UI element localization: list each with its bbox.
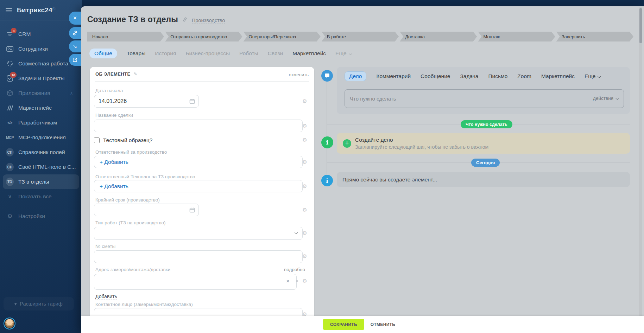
sidebar-item-tasks[interactable]: 10 Задачи и Проекты [0, 71, 82, 86]
add-responsible-link[interactable]: + Добавить [100, 159, 128, 165]
deadline-input[interactable] [94, 204, 199, 216]
sidebar-item-field-directory[interactable]: СП Справочник полей [0, 145, 82, 160]
tab-more[interactable]: Еще [335, 50, 351, 57]
sidebar-item-marketplace[interactable]: Маркетплейс [0, 101, 82, 115]
comment-bubble-icon [321, 70, 333, 82]
todo-input[interactable] [345, 90, 540, 108]
gear-icon[interactable]: ⚙ [301, 123, 308, 129]
tab-general[interactable]: Общие [89, 49, 117, 58]
gear-icon[interactable]: ⚙ [301, 159, 308, 165]
slider-panel: × ↘ Создание ТЗ в отделы Производство На… [81, 6, 644, 333]
sidebar-item-apps[interactable]: Приложения ∧ [0, 86, 82, 101]
create-activity-hint-card[interactable]: + Создайте дело Запланируйте следующий ш… [337, 133, 630, 154]
gear-icon: ⚙ [6, 212, 14, 220]
tab-more[interactable]: Еще [585, 73, 600, 79]
sidebar-item-settings[interactable]: ⚙ Настройки [0, 209, 82, 224]
save-button[interactable]: СОХРАНИТЬ [323, 319, 364, 330]
tab-email[interactable]: Письмо [488, 73, 507, 79]
crm-badge: 3 [11, 28, 17, 33]
tab-zoom[interactable]: Zoom [517, 73, 531, 79]
tab-links[interactable]: Связи [268, 50, 283, 57]
date-start-input[interactable] [94, 95, 199, 108]
sidebar-item-mcp[interactable]: MCP MCP-подключения [0, 130, 82, 145]
tab-task[interactable]: Задача [460, 73, 478, 79]
close-icon: × [73, 14, 77, 22]
hamburger-icon[interactable] [6, 8, 12, 12]
gear-icon[interactable]: ⚙ [301, 278, 308, 284]
tab-marketplace[interactable]: Маркетплейс [541, 73, 575, 79]
calendar-icon[interactable] [189, 98, 195, 104]
address-details-link[interactable]: подробно [284, 267, 305, 272]
tab-history[interactable]: История [155, 50, 176, 57]
close-slider-button[interactable]: × [69, 12, 81, 25]
form-cancel-link[interactable]: отменить [289, 72, 309, 77]
tab-comment[interactable]: Комментарий [376, 73, 411, 79]
tab-business-processes[interactable]: Бизнес-процессы [185, 50, 230, 57]
code-icon: </> [6, 119, 14, 127]
collapse-button[interactable]: ↘ [69, 40, 81, 52]
resp-production-label: Ответственный за производство [95, 149, 167, 155]
network-icon [6, 60, 14, 68]
gear-icon[interactable]: ⚙ [301, 253, 308, 260]
stage-in-progress[interactable]: В работе [322, 32, 399, 41]
todo-badge[interactable]: Что нужно сделать [461, 120, 512, 128]
clear-icon[interactable]: × [286, 278, 290, 285]
scrollbar-thumb[interactable] [639, 8, 642, 43]
test-sample-checkbox[interactable] [94, 137, 100, 143]
hint-subtitle: Запланируйте следующий шаг, чтобы не заб… [355, 144, 488, 150]
actions-dropdown[interactable]: действия [593, 96, 618, 101]
deal-name-input[interactable] [94, 120, 303, 132]
open-new-window-button[interactable] [69, 54, 81, 66]
address-input[interactable] [94, 274, 297, 290]
add-technolog-link[interactable]: + Добавить [100, 183, 128, 190]
sidebar-item-tz-departments[interactable]: ТО ТЗ в отделы [3, 174, 79, 189]
plus-icon[interactable]: + [343, 139, 351, 148]
tab-marketplace[interactable]: Маркетплейс [292, 50, 326, 57]
app-logo[interactable]: Битрикс24◷ [17, 6, 56, 14]
category-selector[interactable]: Производство [192, 18, 225, 24]
tab-activity[interactable]: Дело [345, 71, 366, 81]
deadline-label: Крайний срок (производство) [95, 197, 160, 203]
tasks-badge: 10 [10, 72, 17, 78]
todo-input-wrap: действия [345, 89, 624, 108]
today-badge: Сегодня [471, 159, 500, 167]
calendar-icon[interactable] [189, 207, 195, 213]
remove-field-icon[interactable]: × [296, 278, 298, 284]
gear-icon[interactable]: ⚙ [301, 183, 308, 190]
link-icon[interactable] [182, 17, 188, 22]
hint-title: Создайте дело [355, 137, 393, 143]
id-card-icon [6, 45, 14, 53]
pencil-icon[interactable]: ✎ [134, 71, 138, 77]
gear-icon[interactable]: ⚙ [301, 137, 308, 143]
cancel-button[interactable]: ОТМЕНИТЬ [371, 322, 395, 327]
stage-delivery[interactable]: Доставка [400, 32, 477, 41]
stage-send-to-production[interactable]: Отправить в производство [165, 32, 242, 41]
avatar-to: ТО [6, 178, 14, 186]
resp-technolog-box: + Добавить [94, 180, 303, 192]
stage-operators[interactable]: Операторы/Перезаказ [244, 32, 321, 41]
tab-products[interactable]: Товары [127, 50, 145, 57]
tab-message[interactable]: Сообщение [421, 73, 450, 79]
gear-icon[interactable]: ⚙ [301, 230, 308, 236]
chevron-down-icon [349, 52, 352, 55]
now-text: Прямо сейчас вы создаете элемент... [342, 177, 437, 183]
scrollbar[interactable] [639, 7, 642, 332]
address-add-link[interactable]: Добавить [95, 294, 117, 300]
work-type-select[interactable] [94, 227, 303, 240]
sidebar-item-show-all[interactable]: ∨ Показать все [0, 189, 82, 204]
sidebar-item-html-field[interactable]: СН Своё HTML-поле в С... [0, 160, 82, 174]
tab-robots[interactable]: Роботы [239, 50, 258, 57]
estimate-no-input[interactable] [94, 250, 303, 263]
gear-icon[interactable]: ⚙ [301, 207, 308, 213]
copy-link-button[interactable] [69, 27, 81, 39]
gear-icon[interactable]: ⚙ [301, 98, 308, 104]
link-icon [72, 30, 78, 36]
stage-start[interactable]: Начало [87, 32, 164, 41]
stage-installation[interactable]: Монтаж [478, 32, 555, 41]
upgrade-plan-button[interactable]: Расширить тариф [4, 297, 74, 310]
user-avatar[interactable] [4, 318, 15, 329]
sidebar-item-developers[interactable]: </> Разработчикам [0, 115, 82, 130]
chevron-down-icon [615, 96, 619, 100]
stage-finish[interactable]: Завершить [556, 32, 633, 41]
chevron-up-icon: ∧ [70, 91, 73, 96]
